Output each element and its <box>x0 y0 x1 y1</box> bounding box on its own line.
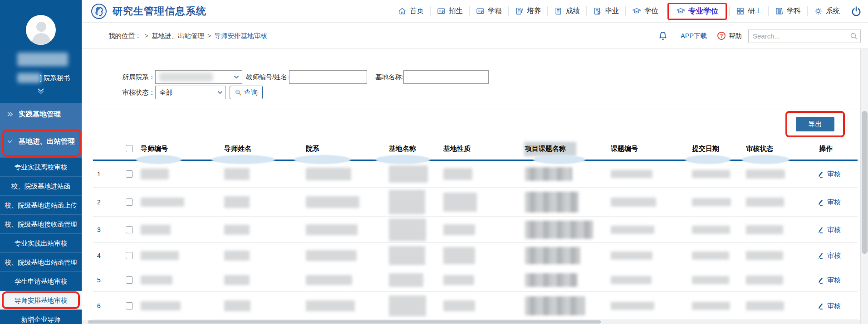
sidebar-item-8[interactable]: 导师安排基地审核 <box>0 290 82 309</box>
review-link[interactable]: 审核 <box>817 198 841 206</box>
nav-item-2[interactable]: 招生 <box>431 6 469 16</box>
nav-item-label: 培养 <box>527 6 541 16</box>
nav-item-11[interactable]: 系统 <box>808 6 846 16</box>
redacted-cell <box>141 198 184 207</box>
grid-icon <box>736 7 745 15</box>
sidebar-group-label: 实践基地管理 <box>19 110 61 119</box>
breadcrumb-prefix: 我的位置： <box>108 32 142 40</box>
query-button[interactable]: 查询 <box>230 86 263 99</box>
row-checkbox[interactable] <box>126 198 133 206</box>
column-header-4: 基地名称 <box>389 145 416 153</box>
nav-item-3[interactable]: 学籍 <box>470 6 508 16</box>
bell-icon[interactable] <box>658 31 668 41</box>
redacted-cell <box>746 301 784 310</box>
svg-text:?: ? <box>720 33 723 39</box>
sidebar-item-1[interactable]: 专业实践离校审核 <box>0 157 82 176</box>
topbar-right: APP下载 ? 帮助 <box>658 29 861 43</box>
nav-item-4[interactable]: 培养 <box>509 6 547 16</box>
redacted-cell <box>141 225 171 235</box>
breadcrumb-current: 导师安排基地审核 <box>214 32 267 40</box>
nav-item-5[interactable]: 成绩 <box>548 6 586 16</box>
nav-item-9[interactable]: 研工 <box>730 6 768 16</box>
redacted-cell <box>692 302 730 310</box>
app-logo <box>91 3 107 19</box>
redacted-cell <box>224 251 250 261</box>
search-icon[interactable] <box>849 32 858 42</box>
search-input[interactable] <box>748 29 861 43</box>
chevron-down-icon[interactable] <box>37 88 45 96</box>
sidebar-item-7[interactable]: 学生申请基地审核 <box>0 271 82 290</box>
sidebar-item-6[interactable]: 校、院级基地出站函管理 <box>0 252 82 271</box>
row-checkbox[interactable] <box>126 276 133 284</box>
vertical-scrollbar-thumb[interactable] <box>862 111 868 254</box>
review-link-label: 审核 <box>827 198 841 206</box>
nav-divider <box>665 6 665 16</box>
redacted-cell <box>525 192 579 213</box>
search-box <box>748 29 861 43</box>
nav-item-label: 首页 <box>410 6 424 16</box>
column-header-10: 操作 <box>819 145 833 153</box>
redacted-cell <box>141 276 172 285</box>
row-checkbox[interactable] <box>126 302 133 309</box>
row-checkbox[interactable] <box>126 226 133 233</box>
table-header-rule <box>93 160 858 161</box>
status-select[interactable]: 全部 <box>155 86 226 99</box>
sidebar-item-2[interactable]: 校、院级基地进站函 <box>0 176 82 195</box>
idcard-icon <box>476 7 485 15</box>
sidebar-item-5[interactable]: 专业实践出站审核 <box>0 233 82 252</box>
edit-icon <box>817 251 824 259</box>
column-header-5: 基地性质 <box>443 145 471 153</box>
vertical-scrollbar[interactable] <box>860 49 868 324</box>
edit-icon <box>817 198 824 206</box>
base-name-input[interactable] <box>403 70 489 84</box>
sidebar-item-9[interactable]: 新增企业导师 <box>0 309 82 324</box>
redacted-cell <box>443 247 475 264</box>
nav-item-1[interactable]: 首页 <box>392 6 430 16</box>
nav-item-10[interactable]: 学科 <box>769 6 807 16</box>
redacted-cell <box>306 224 358 235</box>
avatar[interactable] <box>26 15 56 45</box>
nav-item-7[interactable]: 学位 <box>626 6 665 16</box>
app-download-link[interactable]: APP下载 <box>681 32 707 40</box>
review-link[interactable]: 审核 <box>817 251 841 260</box>
nav-item-label: 毕业 <box>605 6 619 16</box>
avatar-head <box>36 22 46 32</box>
sidebar-group-2[interactable]: 基地进、出站管理 <box>0 126 82 157</box>
redacted-cell <box>692 226 730 234</box>
breadcrumb-separator: > <box>207 32 211 39</box>
row-number: 3 <box>94 226 104 233</box>
horizontal-scrollbar-thumb[interactable] <box>88 320 601 324</box>
review-link-label: 审核 <box>827 225 841 234</box>
sidebar-group-1[interactable]: 实践基地管理 <box>0 103 82 126</box>
nav-item-6[interactable]: 毕业 <box>587 6 625 16</box>
table-header: 导师编号导师姓名院系基地名称基地性质项目课题名称课题编号提交日期审核状态操作 <box>93 140 858 160</box>
redacted-cell <box>224 225 250 235</box>
review-link[interactable]: 审核 <box>817 225 841 234</box>
redacted-cell <box>389 165 428 183</box>
redacted-cell <box>746 251 783 260</box>
horizontal-scrollbar[interactable] <box>82 320 860 324</box>
department-select[interactable] <box>155 70 242 84</box>
power-icon[interactable] <box>846 6 868 17</box>
column-header-2: 导师姓名 <box>224 145 251 153</box>
export-button[interactable]: 导出 <box>796 117 834 131</box>
nav-item-8[interactable]: 专业学位 <box>667 3 727 20</box>
review-link[interactable]: 审核 <box>817 276 841 284</box>
row-checkbox[interactable] <box>126 252 133 259</box>
magnifier-icon <box>235 89 242 96</box>
teacher-input[interactable] <box>289 70 367 84</box>
sidebar-item-3[interactable]: 校、院级基地进站函上传 <box>0 195 82 214</box>
redacted-cell <box>525 296 585 315</box>
breadcrumb-parent[interactable]: 基地进、出站管理 <box>152 32 204 40</box>
select-all-checkbox[interactable] <box>126 145 133 152</box>
home-icon <box>398 7 407 15</box>
review-link[interactable]: 审核 <box>817 170 841 179</box>
review-link[interactable]: 审核 <box>817 301 841 310</box>
sidebar-item-4[interactable]: 校、院级基地接收函管理 <box>0 214 82 233</box>
nav-item-label: 学籍 <box>488 6 502 16</box>
chevron-down-icon <box>6 138 19 145</box>
review-link-label: 审核 <box>827 170 841 179</box>
help-link[interactable]: ? 帮助 <box>717 31 742 40</box>
row-checkbox[interactable] <box>126 170 133 178</box>
idcard-icon <box>437 7 446 15</box>
